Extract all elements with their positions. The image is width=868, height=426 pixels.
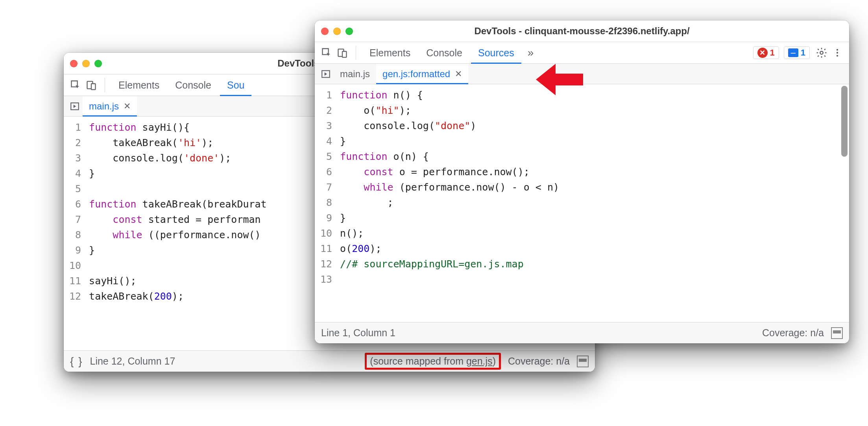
line-gutter: 12345678910111213	[315, 84, 337, 287]
divider	[356, 46, 356, 60]
show-console-drawer-icon[interactable]	[577, 356, 589, 367]
device-toolbar-icon[interactable]	[84, 78, 98, 92]
code-editor[interactable]: 12345678910111213 function n() { o("hi")…	[315, 84, 849, 287]
settings-icon[interactable]	[814, 46, 829, 60]
tab-console[interactable]: Console	[168, 74, 218, 96]
minimize-window-button[interactable]	[82, 60, 90, 67]
svg-point-7	[837, 52, 838, 54]
show-navigator-icon[interactable]	[67, 98, 83, 114]
titlebar: DevTools - clinquant-mousse-2f2396.netli…	[315, 20, 849, 42]
status-bar: Line 1, Column 1 Coverage: n/a	[315, 322, 849, 343]
more-tabs-icon[interactable]: »	[523, 46, 539, 59]
tab-elements[interactable]: Elements	[362, 42, 417, 64]
coverage-label: Coverage: n/a	[508, 356, 570, 367]
more-options-icon[interactable]	[830, 46, 844, 60]
show-navigator-icon[interactable]	[318, 66, 334, 82]
code-content[interactable]: function sayHi(){ takeABreak('hi'); cons…	[86, 117, 267, 304]
inspect-element-icon[interactable]	[319, 46, 334, 60]
window-title: DevTools - clinquant-mousse-2f2396.netli…	[315, 26, 849, 37]
coverage-label: Coverage: n/a	[762, 327, 824, 339]
inspect-element-icon[interactable]	[68, 78, 83, 92]
file-tab-main-js[interactable]: main.js ✕	[83, 96, 137, 117]
source-mapped-link[interactable]: gen.js	[466, 356, 493, 367]
file-tab-label: main.js	[89, 101, 119, 112]
source-mapped-indicator: (source mapped from gen.js)	[365, 353, 501, 370]
error-icon: ✕	[757, 48, 768, 58]
main-toolbar: Elements Console Sources » ✕ 1 – 1	[315, 42, 849, 64]
cursor-position: Line 1, Column 1	[321, 327, 395, 339]
line-gutter: 123456789101112	[64, 117, 86, 304]
close-icon[interactable]: ✕	[455, 69, 462, 79]
cursor-position: Line 12, Column 17	[90, 356, 175, 367]
scrollbar-thumb[interactable]	[841, 86, 848, 157]
zoom-window-button[interactable]	[345, 28, 353, 35]
svg-point-8	[837, 55, 838, 56]
code-content[interactable]: function n() { o("hi"); console.log("don…	[337, 84, 559, 287]
error-count-badge[interactable]: ✕ 1	[753, 46, 779, 59]
divider	[105, 78, 105, 92]
file-tab-main-js[interactable]: main.js	[334, 64, 376, 84]
message-count-badge[interactable]: – 1	[784, 46, 810, 59]
file-tab-label: gen.js:formatted	[382, 69, 450, 80]
scrollbar[interactable]	[840, 84, 848, 266]
show-console-drawer-icon[interactable]	[831, 327, 843, 339]
file-tab-gen-js-formatted[interactable]: gen.js:formatted ✕	[376, 64, 468, 84]
zoom-window-button[interactable]	[94, 60, 102, 67]
message-icon: –	[788, 48, 798, 57]
file-tab-label: main.js	[340, 69, 370, 80]
tab-console[interactable]: Console	[419, 42, 469, 64]
svg-point-5	[820, 51, 823, 54]
close-window-button[interactable]	[321, 28, 329, 35]
traffic-lights	[70, 60, 102, 67]
device-toolbar-icon[interactable]	[335, 46, 349, 60]
status-bar: { } Line 12, Column 17 (source mapped fr…	[64, 350, 595, 372]
tab-sources[interactable]: Sou	[220, 74, 251, 96]
svg-point-6	[837, 49, 838, 50]
svg-rect-4	[342, 52, 347, 57]
pretty-print-icon[interactable]: { }	[70, 355, 83, 368]
svg-rect-1	[91, 84, 96, 90]
tab-sources[interactable]: Sources	[471, 42, 521, 64]
tab-elements[interactable]: Elements	[111, 74, 166, 96]
close-icon[interactable]: ✕	[124, 101, 131, 111]
close-window-button[interactable]	[70, 60, 78, 67]
minimize-window-button[interactable]	[333, 28, 341, 35]
annotation-arrow-icon	[536, 64, 583, 95]
traffic-lights	[321, 28, 353, 35]
